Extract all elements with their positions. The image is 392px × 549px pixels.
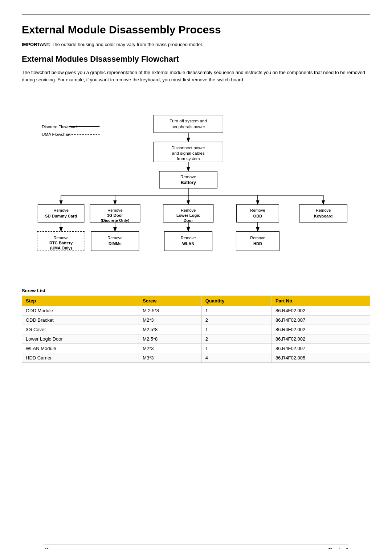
svg-text:Turn off system and: Turn off system and <box>170 118 207 123</box>
table-cell: 86.R4F02.007 <box>271 316 370 325</box>
chapter-label: Chapter 3 <box>328 547 348 549</box>
table-cell: 86.R4F02.005 <box>271 353 370 363</box>
table-cell: M2*3 <box>139 316 202 325</box>
svg-text:Remove: Remove <box>107 236 122 240</box>
table-cell: 1 <box>201 325 271 334</box>
svg-text:Door: Door <box>184 218 193 223</box>
svg-text:Remove: Remove <box>181 208 196 212</box>
svg-text:Discrete Flowchart: Discrete Flowchart <box>42 124 77 129</box>
table-cell: HDD Carrier <box>22 353 139 363</box>
table-cell: ODD Bracket <box>22 316 139 325</box>
important-label: IMPORTANT: <box>22 42 50 47</box>
table-cell: ODD Module <box>22 306 139 316</box>
svg-text:ODD: ODD <box>253 214 262 218</box>
table-cell: 1 <box>201 306 271 316</box>
svg-text:WLAN: WLAN <box>182 241 194 246</box>
svg-rect-34 <box>237 204 279 222</box>
col-step: Step <box>22 296 139 306</box>
col-partno: Part No. <box>271 296 370 306</box>
table-cell: M2.5*8 <box>139 325 202 334</box>
table-cell: 2 <box>201 334 271 344</box>
svg-rect-37 <box>299 204 347 222</box>
svg-text:HDD: HDD <box>253 241 262 246</box>
col-quantity: Quantity <box>201 296 271 306</box>
table-cell: WLAN Module <box>22 344 139 353</box>
svg-text:(UMA Only): (UMA Only) <box>50 246 72 250</box>
table-cell: 1 <box>201 344 271 353</box>
table-cell: M2*3 <box>139 344 202 353</box>
important-note: IMPORTANT: The outside housing and color… <box>22 42 370 47</box>
description-text: The flowchart below gives you a graphic … <box>22 69 370 83</box>
svg-text:SD Dummy Card: SD Dummy Card <box>45 214 77 218</box>
svg-text:Disconnect power: Disconnect power <box>171 145 205 150</box>
table-cell: 86.R4F02.002 <box>271 306 370 316</box>
flowchart-svg: Discrete Flowchart UMA Flowchart Turn of… <box>22 92 370 277</box>
svg-text:and signal cables: and signal cables <box>172 151 205 155</box>
svg-text:Remove: Remove <box>53 236 68 240</box>
table-row: WLAN ModuleM2*3186.R4F02.007 <box>22 344 370 353</box>
svg-text:Battery: Battery <box>181 180 196 185</box>
important-text: The outside housing and color may vary f… <box>52 42 203 47</box>
screw-list-table: Step Screw Quantity Part No. ODD ModuleM… <box>22 296 370 363</box>
svg-text:Remove: Remove <box>316 208 331 212</box>
page-title: External Module Disassembly Process <box>22 24 370 36</box>
table-row: 3G CoverM2.5*8186.R4F02.002 <box>22 325 370 334</box>
svg-text:(Discrete Only): (Discrete Only) <box>101 218 130 223</box>
screw-list-section: Screw List Step Screw Quantity Part No. … <box>22 288 370 363</box>
flowchart-container: Discrete Flowchart UMA Flowchart Turn of… <box>22 92 370 277</box>
svg-text:Remove: Remove <box>107 208 122 212</box>
table-cell: 86.R4F02.007 <box>271 344 370 353</box>
table-cell: 3G Cover <box>22 325 139 334</box>
svg-text:Remove: Remove <box>53 208 68 212</box>
svg-text:Remove: Remove <box>250 208 265 212</box>
table-row: HDD CarrierM3*3486.R4F02.005 <box>22 353 370 363</box>
svg-text:3G Door: 3G Door <box>107 213 123 217</box>
table-row: Lower Logic DoorM2.5*8286.R4F02.002 <box>22 334 370 344</box>
table-cell: 86.R4F02.002 <box>271 334 370 344</box>
svg-text:from system: from system <box>177 156 200 161</box>
top-border <box>22 15 370 15</box>
page-footer: 48 Chapter 3 <box>44 545 348 549</box>
svg-text:Keyboard: Keyboard <box>314 214 333 218</box>
svg-text:DIMMs: DIMMs <box>109 241 122 246</box>
table-cell: M2.5*8 <box>139 334 202 344</box>
table-cell: M3*3 <box>139 353 202 363</box>
svg-text:UMA Flowchart: UMA Flowchart <box>42 132 71 137</box>
table-cell: 86.R4F02.002 <box>271 325 370 334</box>
svg-text:Lower Logic: Lower Logic <box>176 213 200 217</box>
section-title: External Modules Disassembly Flowchart <box>22 54 370 64</box>
table-cell: M 2.5*8 <box>139 306 202 316</box>
svg-text:peripherals power: peripherals power <box>171 124 205 129</box>
table-cell: 4 <box>201 353 271 363</box>
table-header-row: Step Screw Quantity Part No. <box>22 296 370 306</box>
svg-text:Remove: Remove <box>180 174 196 179</box>
svg-text:Remove: Remove <box>250 236 265 240</box>
page-wrapper: External Module Disassembly Process IMPO… <box>22 15 370 549</box>
table-cell: Lower Logic Door <box>22 334 139 344</box>
svg-rect-23 <box>38 204 84 222</box>
col-screw: Screw <box>139 296 202 306</box>
page-number: 48 <box>44 547 49 549</box>
table-cell: 2 <box>201 316 271 325</box>
table-row: ODD BracketM2*3286.R4F02.007 <box>22 316 370 325</box>
svg-text:Remove: Remove <box>181 236 196 240</box>
table-row: ODD ModuleM 2.5*8186.R4F02.002 <box>22 306 370 316</box>
svg-text:RTC Battery: RTC Battery <box>49 241 73 245</box>
screw-list-title: Screw List <box>22 288 370 293</box>
